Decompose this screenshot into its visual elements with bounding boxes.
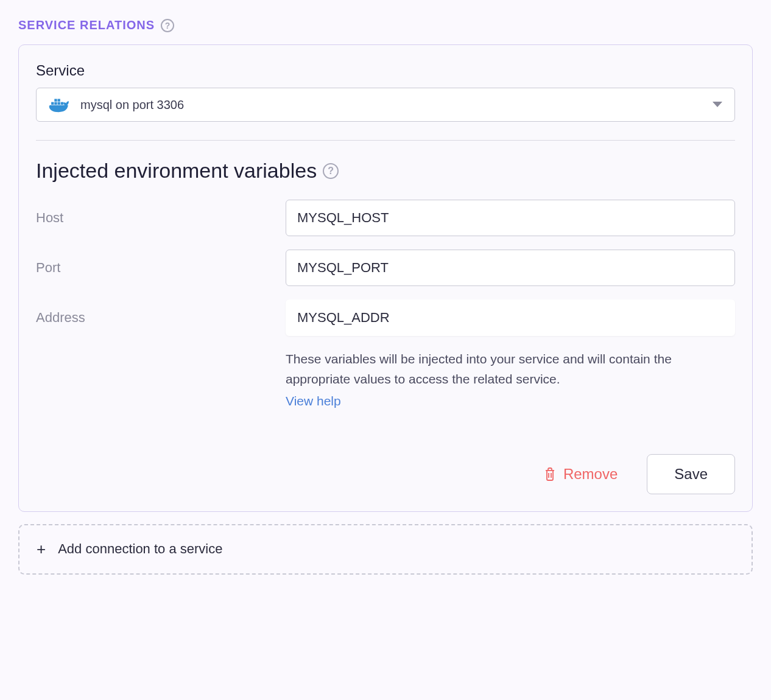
service-select[interactable]: mysql on port 3306	[36, 88, 735, 122]
help-text-content: These variables will be injected into yo…	[286, 352, 672, 386]
help-text-spacer	[36, 349, 286, 411]
port-row: Port	[36, 250, 735, 286]
add-connection-button[interactable]: + Add connection to a service	[18, 524, 753, 575]
service-relation-card: Service mysql on port 3306 Injected envi…	[18, 44, 753, 512]
address-input[interactable]	[286, 299, 735, 336]
svg-rect-0	[51, 102, 54, 105]
trash-icon	[544, 467, 556, 481]
svg-rect-1	[54, 102, 57, 105]
service-select-value: mysql on port 3306	[80, 98, 703, 112]
address-row: Address	[36, 299, 735, 336]
service-select-wrapper: mysql on port 3306	[36, 88, 735, 122]
host-row: Host	[36, 200, 735, 236]
host-label: Host	[36, 210, 286, 226]
svg-rect-5	[61, 102, 63, 105]
host-input[interactable]	[286, 200, 735, 236]
envvars-title-text: Injected environment variables	[36, 159, 317, 183]
svg-rect-2	[58, 102, 60, 105]
svg-rect-4	[58, 99, 60, 101]
svg-rect-3	[54, 99, 57, 101]
svg-marker-6	[713, 102, 722, 107]
button-row: Remove Save	[36, 454, 735, 494]
chevron-down-icon	[713, 102, 722, 108]
divider	[36, 140, 735, 141]
help-icon[interactable]: ?	[161, 19, 174, 32]
help-text: These variables will be injected into yo…	[286, 349, 735, 411]
add-connection-label: Add connection to a service	[58, 541, 222, 557]
address-label: Address	[36, 310, 286, 326]
port-label: Port	[36, 260, 286, 276]
docker-icon	[49, 97, 71, 113]
remove-button[interactable]: Remove	[532, 460, 630, 489]
port-input[interactable]	[286, 250, 735, 286]
remove-button-label: Remove	[563, 466, 618, 483]
plus-icon: +	[37, 540, 46, 559]
envvars-title: Injected environment variables ?	[36, 159, 735, 183]
section-title: SERVICE RELATIONS	[18, 18, 155, 32]
service-label: Service	[36, 62, 735, 79]
save-button[interactable]: Save	[647, 454, 735, 494]
view-help-link[interactable]: View help	[286, 391, 735, 411]
help-text-row: These variables will be injected into yo…	[36, 349, 735, 411]
help-icon[interactable]: ?	[323, 163, 339, 179]
section-header: SERVICE RELATIONS ?	[18, 18, 753, 32]
